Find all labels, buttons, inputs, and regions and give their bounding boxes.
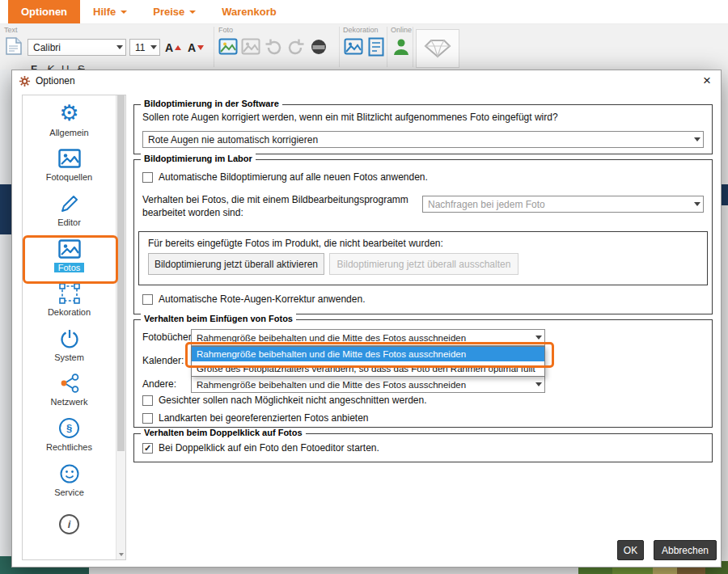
tab-label: Warenkorb <box>222 6 276 18</box>
dropdown-arrow-icon <box>532 336 544 340</box>
rotate-right-icon[interactable] <box>286 37 306 57</box>
dropdown-arrow-icon <box>532 382 544 386</box>
ribbon-separator <box>413 27 413 67</box>
andere-label: Andere: <box>142 378 176 390</box>
sidebar-item-info[interactable]: i <box>23 501 116 547</box>
tab-warenkorb[interactable]: Warenkorb <box>209 0 289 23</box>
checkbox-row-faces[interactable]: Gesichter sollen nach Möglichkeit nicht … <box>142 395 427 406</box>
group-einfuegen-von-fotos: Verhalten beim Einfügen von Fotos Fotobü… <box>133 319 713 428</box>
decoration-layout-icon[interactable] <box>366 37 386 57</box>
dialog-titlebar[interactable]: Optionen × <box>12 70 721 91</box>
tab-label: Preise <box>153 6 184 18</box>
sidebar-item-dekoration[interactable]: Dekoration <box>23 276 116 322</box>
ribbon-separator <box>387 27 387 67</box>
checkbox[interactable] <box>142 395 153 406</box>
network-share-icon <box>59 371 80 395</box>
italic-button[interactable]: K <box>47 63 54 70</box>
sidebar-item-allgemein[interactable]: ⚙ Allgemein <box>23 97 116 142</box>
font-size-select[interactable]: 11 <box>129 39 160 56</box>
dropdown-value: Rote Augen nie automatisch korrigieren <box>143 134 691 146</box>
tab-label: Hilfe <box>93 6 116 18</box>
info-icon: i <box>59 512 79 536</box>
main-menu-bar: Optionen Hilfe Preise Warenkorb <box>0 0 728 24</box>
scroll-down-button[interactable] <box>116 549 125 559</box>
options-dialog-icon <box>19 75 31 87</box>
ribbon-section-online: Online <box>391 26 412 34</box>
andere-dropdown[interactable]: Rahmengröße beibehalten und die Mitte de… <box>191 376 545 393</box>
font-decrease-button[interactable]: A <box>188 39 204 56</box>
caret-down-icon <box>121 11 127 14</box>
arrow-down-icon <box>119 553 124 556</box>
sidebar-item-label: Fotos <box>54 263 85 272</box>
tab-preise[interactable]: Preise <box>140 0 209 23</box>
more-options-button[interactable]: … <box>312 63 323 70</box>
increase-icon <box>175 45 181 50</box>
dialog-title: Optionen <box>36 75 75 87</box>
edited-photos-dropdown[interactable]: Nachfragen bei jedem Foto <box>422 196 704 213</box>
font-family-value: Calibri <box>28 42 113 53</box>
photo-effect-icon[interactable] <box>241 37 260 57</box>
checkbox-label: Automatische Bildoptimierung auf alle ne… <box>159 171 428 183</box>
insert-photo-icon[interactable] <box>218 37 238 57</box>
dropdown-option-selected[interactable]: Rahmengröße beibehalten und die Mitte de… <box>192 347 544 361</box>
checkbox-row-redeye[interactable]: Automatische Rote-Augen-Korrektur anwend… <box>142 293 365 305</box>
decoration-frame-icon[interactable] <box>344 37 363 57</box>
font-increase-button[interactable]: A <box>165 39 181 56</box>
rotate-left-icon[interactable] <box>264 37 283 57</box>
tab-hilfe[interactable]: Hilfe <box>80 0 140 23</box>
checkbox[interactable] <box>142 172 153 183</box>
fotobuecher-dropdown[interactable]: Rahmengröße beibehalten und die Mitte de… <box>191 329 545 346</box>
strikethrough-button[interactable]: S <box>78 63 85 70</box>
photo-filter-icon[interactable] <box>309 37 328 57</box>
sidebar-item-fotos[interactable]: Fotos <box>23 232 116 277</box>
sidebar-item-editor[interactable]: Editor <box>23 187 116 232</box>
checkbox-label: Landkarten bei georeferenzierten Fotos a… <box>159 412 369 424</box>
preview-button[interactable] <box>416 29 459 68</box>
scrollbar-thumb[interactable] <box>117 95 125 451</box>
deactivate-optimization-button[interactable]: Bildoptimierung jetzt überall ausschalte… <box>329 253 518 275</box>
checkbox-label: Gesichter sollen nach Möglichkeit nicht … <box>159 395 427 406</box>
sidebar-item-label: Editor <box>57 217 81 227</box>
cancel-button[interactable]: Abbrechen <box>654 540 717 560</box>
fotobuecher-dropdown-list: Rahmengröße beibehalten und die Mitte de… <box>191 346 545 377</box>
paragraph-icon: § <box>59 416 79 441</box>
red-eye-dropdown[interactable]: Rote Augen nie automatisch korrigieren <box>142 131 704 148</box>
sidebar-item-label: Netzwerk <box>51 397 88 407</box>
underline-button[interactable]: U <box>61 63 69 70</box>
checkbox-row-auto-optimierung[interactable]: Automatische Bildoptimierung auf alle ne… <box>142 171 428 183</box>
tab-label: Optionen <box>21 6 67 18</box>
checkbox-checked[interactable]: ✓ <box>142 443 153 454</box>
settings-sidebar: ⚙ Allgemein Fotoquellen Editor <box>22 95 126 560</box>
sidebar-item-service[interactable]: Service <box>23 457 116 502</box>
dropdown-option[interactable]: Größe des Fotoplatzhalters verändern, so… <box>192 361 544 376</box>
checkbox[interactable] <box>142 294 153 305</box>
decrease-icon <box>197 45 204 50</box>
sidebar-item-system[interactable]: System <box>23 322 116 367</box>
sidebar-items: ⚙ Allgemein Fotoquellen Editor <box>23 97 116 559</box>
checkbox-row-doubleclick-editor[interactable]: ✓ Bei Doppelklick auf ein Foto den Fotoe… <box>142 442 379 454</box>
checkbox[interactable] <box>142 413 153 424</box>
group-title: Bildoptimierung im Labor <box>141 154 256 163</box>
sidebar-item-netzwerk[interactable]: Netzwerk <box>23 367 116 412</box>
app-background-right-navy <box>722 184 728 205</box>
sidebar-item-rechtliches[interactable]: § Rechtliches <box>23 412 116 457</box>
gear-icon: ⚙ <box>59 102 78 126</box>
close-button[interactable]: × <box>703 71 711 91</box>
group-title: Verhalten beim Doppelklick auf Fotos <box>141 428 306 437</box>
sidebar-scrollbar[interactable] <box>116 95 125 559</box>
app-background-right <box>722 70 728 574</box>
ok-button[interactable]: OK <box>617 540 644 560</box>
red-eye-question: Sollen rote Augen korrigiert werden, wen… <box>142 112 558 123</box>
font-family-select[interactable]: Calibri <box>28 39 126 56</box>
dropdown-arrow-icon <box>147 45 159 49</box>
sidebar-item-fotoquellen[interactable]: Fotoquellen <box>23 142 116 188</box>
application-window: Optionen Hilfe Preise Warenkorb Text Fot… <box>0 0 728 574</box>
font-decrease-label: A <box>188 41 196 54</box>
text-document-icon[interactable] <box>4 36 23 56</box>
online-account-icon[interactable] <box>392 37 411 57</box>
bold-button[interactable]: F <box>31 63 37 70</box>
activate-optimization-button[interactable]: Bildoptimierung jetzt überall aktivieren <box>148 253 324 275</box>
tab-optionen[interactable]: Optionen <box>8 0 80 23</box>
checkbox-row-maps[interactable]: Landkarten bei georeferenzierten Fotos a… <box>142 412 369 424</box>
sidebar-item-label: Allgemein <box>49 128 88 137</box>
